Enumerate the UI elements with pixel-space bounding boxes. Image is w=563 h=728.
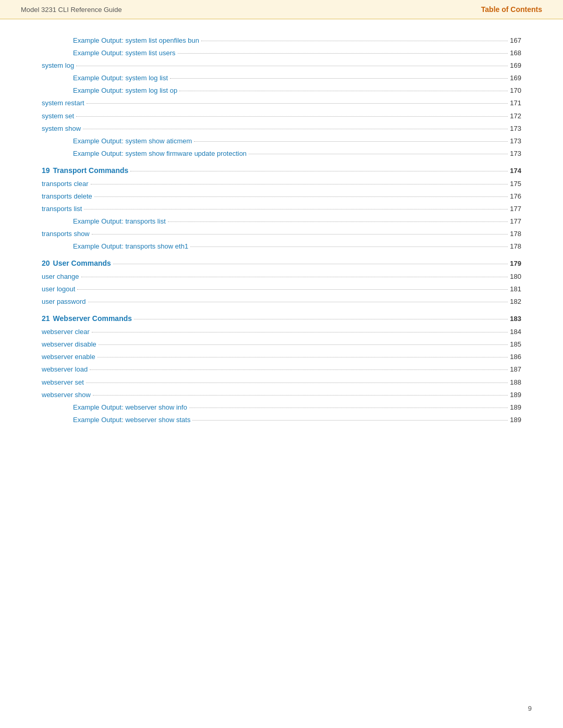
section-header: 19Transport Commands174 [42,165,521,177]
toc-item: Example Output: system log list op170 [42,85,521,96]
toc-item: Example Output: system list users168 [42,47,521,59]
section-number: 19 [42,165,50,177]
toc-item: webserver set188 [42,377,521,388]
toc-dots [92,332,508,332]
toc-page-num: 184 [510,326,521,338]
toc-entry-text[interactable]: transports clear [42,178,89,190]
toc-dots [87,103,508,104]
section-number: 21 [42,313,50,325]
toc-entry-text[interactable]: user logout [42,283,75,295]
toc-entry-text[interactable]: system show [42,123,81,134]
toc-page-num: 186 [510,351,521,363]
toc-dots [91,184,508,184]
toc-entry-text[interactable]: transports show [42,228,90,240]
toc-entry-text[interactable]: webserver set [42,377,84,388]
toc-dots [249,154,508,154]
section-title[interactable]: User Commands [53,257,111,270]
toc-entry-text[interactable]: Example Output: transports list [73,216,166,227]
toc-entry-text[interactable]: Example Output: system show firmware upd… [73,148,247,159]
section-number: 20 [42,257,50,270]
toc-item: webserver disable185 [42,339,521,350]
toc-dots [84,209,508,209]
toc-entry-text[interactable]: webserver show [42,389,91,401]
toc-entry-text[interactable]: webserver enable [42,351,95,363]
toc-entry-text[interactable]: system set [42,110,74,122]
toc-entry-text[interactable]: user change [42,271,79,282]
toc-dots [113,264,508,264]
guide-title: Model 3231 CLI Reference Guide [21,6,122,14]
toc-entry-text[interactable]: Example Output: system list openfiles bu… [73,35,199,46]
toc-item: user logout181 [42,283,521,295]
toc-item: transports show178 [42,228,521,240]
toc-entry-text[interactable]: user password [42,296,86,307]
toc-dots [94,196,508,197]
section-page-num: 183 [510,313,521,325]
toc-item: system show173 [42,123,521,134]
toc-entry-text[interactable]: Example Output: system log list [73,72,168,84]
toc-page-num: 178 [510,241,521,252]
toc-item: user password182 [42,296,521,307]
page-header: Model 3231 CLI Reference Guide Table of … [0,0,563,19]
section-title[interactable]: Webserver Commands [53,313,132,325]
toc-entry-text[interactable]: Example Output: system list users [73,47,176,59]
toc-dots [86,382,508,383]
toc-entry-text[interactable]: Example Output: webserver show stats [73,414,190,426]
toc-page-num: 181 [510,283,521,295]
toc-entry-text[interactable]: Example Output: system log list op [73,85,177,96]
toc-item: webserver enable186 [42,351,521,363]
toc-content: Example Output: system list openfiles bu… [0,19,563,458]
toc-entry-text[interactable]: Example Output: webserver show info [73,402,187,413]
toc-entry-text[interactable]: system log [42,60,74,71]
toc-dots [134,319,508,319]
toc-item: Example Output: webserver show info189 [42,402,521,413]
toc-dots [83,129,508,129]
toc-page-num: 172 [510,110,521,122]
toc-dots [170,78,508,79]
toc-page-num: 169 [510,72,521,84]
toc-entry-text[interactable]: Example Output: system show aticmem [73,135,192,147]
toc-dots [201,41,508,41]
toc-item: system set172 [42,110,521,122]
section-header: 21Webserver Commands183 [42,313,521,325]
toc-page-num: 173 [510,123,521,134]
toc-page-num: 187 [510,364,521,375]
toc-item: Example Output: webserver show stats189 [42,414,521,426]
toc-page-num: 173 [510,135,521,147]
toc-entry-text[interactable]: Example Output: transports show eth1 [73,241,188,252]
section-page-num: 179 [510,258,521,269]
toc-page-num: 189 [510,402,521,413]
toc-entry-text[interactable]: transports list [42,203,82,215]
page-container: Model 3231 CLI Reference Guide Table of … [0,0,563,728]
toc-page-num: 173 [510,148,521,159]
toc-page-num: 182 [510,296,521,307]
toc-item: Example Output: system show firmware upd… [42,148,521,159]
toc-label: Table of Contents [481,5,542,14]
toc-page-num: 189 [510,414,521,426]
toc-entry-text[interactable]: webserver disable [42,339,96,350]
toc-entry-text[interactable]: transports delete [42,191,92,202]
sections-container: 19Transport Commands174transports clear1… [42,165,521,426]
section-page-num: 174 [510,165,521,177]
toc-dots [76,66,508,66]
section-title[interactable]: Transport Commands [53,165,129,177]
toc-entry-text[interactable]: system restart [42,97,84,109]
toc-page-num: 175 [510,178,521,190]
toc-page-num: 170 [510,85,521,96]
toc-page-num: 169 [510,60,521,71]
toc-dots [76,116,508,117]
pre-entries: Example Output: system list openfiles bu… [42,35,521,159]
toc-dots [77,289,508,290]
toc-dots [88,302,508,302]
toc-entry-text[interactable]: webserver clear [42,326,90,338]
toc-item: Example Output: transports list177 [42,216,521,227]
toc-dots [99,344,508,345]
toc-item: webserver load187 [42,364,521,375]
toc-item: Example Output: system show aticmem173 [42,135,521,147]
toc-entry-text[interactable]: webserver load [42,364,88,375]
toc-item: webserver show189 [42,389,521,401]
toc-dots [194,141,508,142]
toc-item: webserver clear184 [42,326,521,338]
toc-dots [192,420,508,421]
toc-item: Example Output: transports show eth1178 [42,241,521,252]
toc-page-num: 167 [510,35,521,46]
